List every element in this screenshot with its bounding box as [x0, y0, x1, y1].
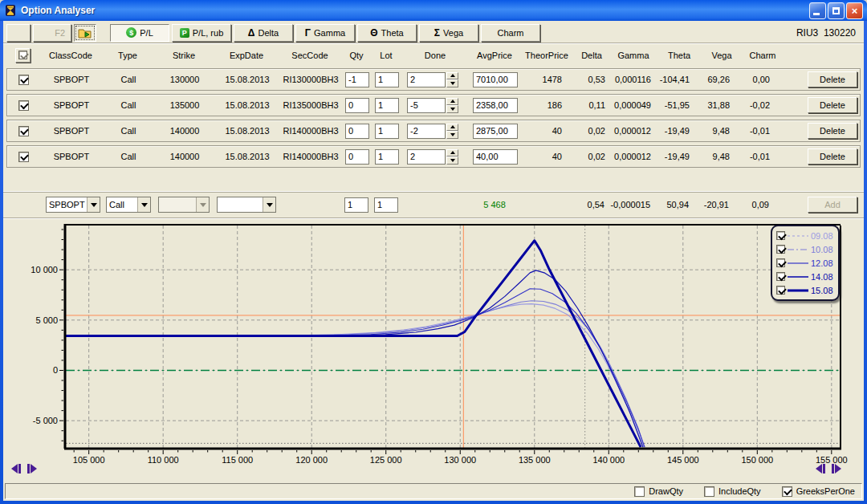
- minimize-button[interactable]: [809, 2, 826, 19]
- delete-button[interactable]: Delete: [808, 148, 857, 165]
- spin-up-button[interactable]: [446, 149, 458, 157]
- spin-up-button[interactable]: [446, 98, 458, 106]
- pan-left-controls[interactable]: [10, 462, 39, 472]
- export-button[interactable]: [74, 24, 96, 42]
- tab-label: Vega: [443, 28, 463, 38]
- legend-checkbox[interactable]: [776, 286, 785, 295]
- lot-input[interactable]: [375, 149, 399, 165]
- legend-checkbox[interactable]: [776, 245, 785, 254]
- qty-input[interactable]: [345, 149, 369, 165]
- spin-down-icon: [450, 159, 455, 165]
- legend-line-sample: [788, 234, 808, 238]
- legend-item-14-08[interactable]: 14.08: [776, 270, 835, 283]
- lot-input[interactable]: [375, 72, 399, 87]
- chevron-down-icon[interactable]: [137, 197, 150, 212]
- tab-label: Gamma: [314, 28, 345, 38]
- delete-button[interactable]: Delete: [808, 123, 857, 139]
- includeqty-checkbox[interactable]: [704, 486, 714, 497]
- add-button[interactable]: Add: [808, 197, 857, 213]
- spin-up-button[interactable]: [446, 72, 458, 80]
- greeksperone-checkbox[interactable]: [782, 486, 792, 497]
- x-tick-label: 145 000: [667, 455, 699, 465]
- cell-expdate: 15.08.2013: [216, 100, 279, 110]
- spin-up-button[interactable]: [446, 124, 458, 132]
- done-input[interactable]: [407, 124, 446, 139]
- cell-charm: -0,01: [743, 126, 784, 136]
- qty-input[interactable]: [345, 124, 369, 139]
- legend-checkbox[interactable]: [776, 272, 785, 281]
- avgprice-input[interactable]: [473, 149, 518, 165]
- select-all-checkbox[interactable]: [18, 51, 27, 59]
- maximize-button[interactable]: [828, 2, 845, 19]
- row-checkbox[interactable]: [18, 100, 29, 111]
- row-checkbox[interactable]: [18, 75, 29, 85]
- legend-item-12-08[interactable]: 12.08: [776, 256, 835, 270]
- select-all-button[interactable]: [15, 48, 31, 63]
- legend-item-10-08[interactable]: 10.08: [776, 242, 835, 256]
- legend-item-09-08[interactable]: 09.08: [776, 229, 835, 242]
- close-button[interactable]: ×: [846, 2, 863, 19]
- spin-down-button[interactable]: [446, 131, 458, 139]
- qty-input[interactable]: [345, 72, 369, 87]
- column-header-lot: Lot: [371, 51, 401, 60]
- tab-charm[interactable]: Charm: [481, 24, 540, 42]
- spin-up-icon: [450, 71, 455, 77]
- add-position-panel: SPBOPT Call 5 468 0,54 -0,000015 50,94 -…: [3, 191, 864, 219]
- drawqty-checkbox[interactable]: [634, 486, 645, 497]
- cell-theta: -104,41: [657, 75, 702, 84]
- legend-checkbox[interactable]: [776, 231, 785, 240]
- spin-down-button[interactable]: [446, 156, 458, 165]
- avgprice-input[interactable]: [473, 72, 518, 87]
- cell-gamma: 0,000049: [611, 100, 657, 110]
- tab-theta[interactable]: ΘTheta: [357, 24, 417, 42]
- legend-label: 15.08: [811, 286, 833, 295]
- cell-qty: [343, 98, 372, 113]
- tab-gamma[interactable]: ΓGamma: [295, 24, 355, 42]
- legend-item-15-08[interactable]: 15.08: [776, 283, 835, 297]
- checkbox-label: IncludeQty: [718, 486, 761, 496]
- row-checkbox[interactable]: [18, 152, 29, 162]
- chevron-down-icon[interactable]: [263, 197, 275, 212]
- pan-right-controls[interactable]: [814, 462, 843, 472]
- cell-expdate: 15.08.2013: [216, 152, 279, 161]
- qty-input[interactable]: [345, 98, 369, 113]
- done-input[interactable]: [407, 98, 446, 113]
- blank-button[interactable]: [6, 24, 31, 42]
- classcode-select[interactable]: SPBOPT: [46, 197, 100, 213]
- chevron-down-icon[interactable]: [87, 197, 100, 212]
- add-qty-input[interactable]: [344, 197, 368, 213]
- cell-type: Call: [104, 152, 153, 161]
- spin-down-button[interactable]: [446, 105, 458, 113]
- column-header-classcode: ClassCode: [39, 51, 103, 60]
- row-checkbox[interactable]: [18, 126, 29, 136]
- avgprice-input[interactable]: [473, 98, 518, 113]
- legend-checkbox[interactable]: [776, 258, 785, 267]
- delete-button[interactable]: Delete: [808, 97, 857, 113]
- avgprice-input[interactable]: [473, 124, 518, 139]
- add-lot-input[interactable]: [374, 197, 398, 213]
- spin-down-icon: [450, 108, 455, 113]
- type-select[interactable]: Call: [106, 197, 151, 213]
- done-input[interactable]: [407, 72, 446, 87]
- series-select[interactable]: [217, 197, 276, 213]
- lot-input[interactable]: [375, 98, 399, 113]
- tab-vega[interactable]: ΣVega: [419, 24, 478, 42]
- statusbar-option-greeksperone[interactable]: GreeksPerOne: [782, 486, 855, 497]
- chart-canvas[interactable]: 105 000110 000115 000120 000125 000130 0…: [3, 219, 864, 474]
- delete-button[interactable]: Delete: [808, 71, 857, 87]
- cell-actions: Delete: [784, 71, 860, 87]
- strike-select[interactable]: [158, 197, 210, 213]
- cell-gamma: 0,000012: [611, 126, 657, 136]
- f2-button[interactable]: F2: [33, 24, 71, 42]
- tab-p-l[interactable]: $P/L: [110, 24, 169, 42]
- lot-input[interactable]: [375, 124, 399, 139]
- done-spinner: [446, 149, 458, 165]
- tab-p-l-rub[interactable]: PP/L, rub: [172, 24, 231, 42]
- spin-down-button[interactable]: [446, 79, 458, 87]
- done-input[interactable]: [407, 149, 446, 165]
- cell-vega: 31,88: [702, 100, 743, 110]
- tab-delta[interactable]: ΔDelta: [234, 24, 293, 42]
- column-header-vega: Vega: [702, 51, 742, 60]
- statusbar-option-drawqty[interactable]: DrawQty: [634, 486, 683, 497]
- statusbar-option-includeqty[interactable]: IncludeQty: [704, 486, 761, 497]
